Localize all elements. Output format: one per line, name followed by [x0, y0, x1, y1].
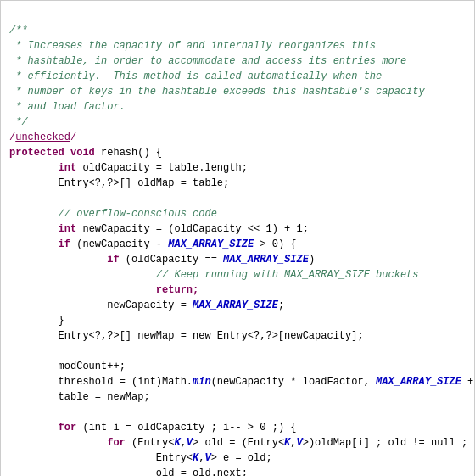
threshold: threshold = (int)Math.min(newCapacity * …	[34, 376, 475, 388]
entry-e: Entry<K,V> e = old;	[82, 452, 271, 464]
keyword-for: for	[34, 422, 76, 434]
code-editor: /** * Increases the capacity of and inte…	[0, 0, 475, 476]
type-k-1: K	[174, 437, 180, 449]
comment-line-1: /**	[9, 25, 28, 36]
method-rehash: rehash() {	[101, 147, 162, 159]
entry-oldmap: Entry<?,?>[] oldMap = table;	[34, 177, 229, 189]
keyword-int-1: int	[34, 162, 76, 174]
comment-line-7: */	[9, 116, 28, 128]
for-loop: (int i = oldCapacity ; i-- > 0 ;) {	[82, 422, 296, 434]
type-v-2: V	[297, 437, 303, 449]
if-condition-2: (oldCapacity == MAX_ARRAY_SIZE)	[126, 254, 315, 266]
method-min: min	[193, 376, 211, 388]
type-v-1: V	[187, 437, 193, 449]
keyword-if-2: if	[59, 254, 120, 266]
comment-line-2: * Increases the capacity of and internal…	[9, 40, 376, 52]
for-loop-2: (Entry<K,V> old = (Entry<K,V>)oldMap[i] …	[131, 437, 475, 449]
keyword-int-2: int	[34, 223, 76, 235]
newcapacity-assign: newCapacity = MAX_ARRAY_SIZE;	[59, 300, 284, 311]
comment-overflow: // overflow-conscious code	[34, 208, 217, 220]
keyword-for-2: for	[59, 437, 126, 449]
type-k-2: K	[284, 437, 290, 449]
comment-line-3: * hashtable, in order to accommodate and…	[9, 55, 406, 67]
modcount: modCount++;	[34, 361, 126, 372]
brace-close-if: }	[34, 315, 64, 327]
keyword-void: void	[70, 147, 95, 159]
if-condition: (newCapacity - MAX_ARRAY_SIZE > 0) {	[76, 238, 296, 250]
keyword-if: if	[34, 238, 70, 250]
keyword-protected: protected	[9, 147, 64, 159]
type-k-3: K	[193, 452, 198, 464]
annotation-unchecked: /unchecked/	[9, 132, 76, 143]
type-v-3: V	[204, 452, 210, 464]
var-newcapacity: newCapacity = (oldCapacity << 1) + 1;	[82, 223, 308, 235]
comment-line-4: * efficiently. This method is called aut…	[9, 70, 382, 82]
var-oldcapacity: oldCapacity = table.length;	[82, 162, 247, 174]
const-max-array-size-3: MAX_ARRAY_SIZE	[193, 300, 278, 311]
entry-newmap: Entry<?,?>[] newMap = new Entry<?,?>[new…	[34, 330, 364, 342]
comment-line-6: * and load factor.	[9, 101, 126, 113]
table-assign: table = newMap;	[34, 391, 150, 403]
comment-keep: // Keep running with MAX_ARRAY_SIZE buck…	[82, 269, 418, 281]
old-next: old = old.next;	[82, 468, 247, 476]
const-max-array-size-1: MAX_ARRAY_SIZE	[168, 238, 254, 250]
const-max-array-size-2: MAX_ARRAY_SIZE	[223, 254, 309, 266]
comment-line-5: * number of keys in the hashtable exceed…	[9, 86, 425, 98]
keyword-return: return;	[82, 284, 198, 296]
const-max-array-size-4: MAX_ARRAY_SIZE	[376, 376, 461, 388]
